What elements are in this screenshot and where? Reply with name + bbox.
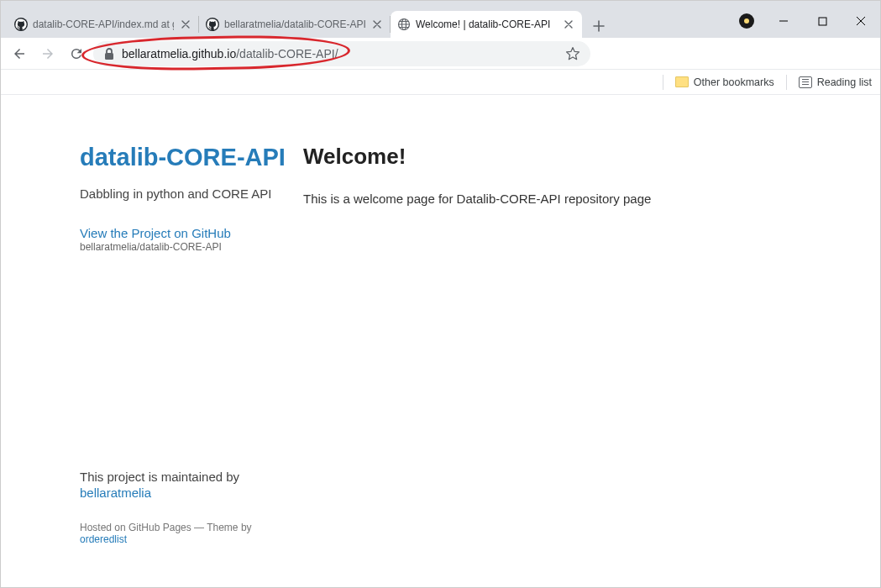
tab-title: datalib-CORE-API/index.md at gh (33, 18, 174, 30)
url-text: bellaratmelia.github.io/datalib-CORE-API… (122, 47, 558, 60)
lock-icon (103, 47, 115, 60)
close-icon[interactable] (179, 18, 192, 31)
maintainer-link[interactable]: bellaratmelia (80, 486, 286, 500)
other-bookmarks-label: Other bookmarks (694, 76, 774, 88)
main-content: Welcome! This is a welcome page for Data… (303, 144, 880, 545)
svg-rect-5 (105, 53, 113, 60)
profile-avatar-button[interactable] (734, 8, 759, 34)
tab-3-active[interactable]: Welcome! | datalib-CORE-API (391, 11, 582, 38)
page-content: datalib-CORE-API Dabbling in python and … (1, 95, 880, 545)
site-description: Dabbling in python and CORE API (80, 186, 286, 201)
globe-icon (397, 18, 411, 31)
hosted-prefix: Hosted on GitHub Pages — Theme by (80, 522, 252, 533)
new-tab-button[interactable] (587, 14, 611, 38)
divider (663, 75, 663, 90)
close-window-button[interactable] (842, 8, 880, 34)
tab-1[interactable]: datalib-CORE-API/index.md at gh (8, 11, 199, 38)
tab-2[interactable]: bellaratmelia/datalib-CORE-API a (199, 11, 391, 38)
reading-list-label: Reading list (817, 76, 872, 88)
address-bar[interactable]: bellaratmelia.github.io/datalib-CORE-API… (93, 41, 590, 66)
avatar-icon (739, 13, 754, 29)
window-controls (734, 8, 880, 34)
content-heading: Welcome! (303, 144, 847, 170)
divider (786, 75, 787, 90)
bookmarks-bar: Other bookmarks Reading list (1, 70, 880, 95)
other-bookmarks-button[interactable]: Other bookmarks (675, 76, 774, 88)
content-paragraph: This is a welcome page for Datalib-CORE-… (303, 192, 847, 206)
maximize-button[interactable] (803, 8, 842, 34)
github-repo-path: bellaratmelia/datalib-CORE-API (80, 241, 286, 253)
forward-button[interactable] (36, 42, 60, 66)
back-button[interactable] (8, 42, 31, 66)
tab-title: bellaratmelia/datalib-CORE-API a (224, 18, 365, 30)
window-titlebar (1, 1, 880, 8)
github-icon (14, 18, 28, 31)
close-icon[interactable] (562, 18, 575, 31)
hosted-footer: Hosted on GitHub Pages — Theme by ordere… (80, 522, 286, 545)
tab-title: Welcome! | datalib-CORE-API (416, 18, 557, 30)
github-project-link[interactable]: View the Project on GitHub (80, 226, 286, 240)
maintained-by-block: This project is maintained by bellaratme… (80, 470, 286, 500)
close-icon[interactable] (370, 18, 384, 31)
github-icon (206, 18, 219, 31)
minimize-button[interactable] (764, 8, 803, 34)
theme-link[interactable]: orderedlist (80, 533, 127, 545)
bookmark-star-icon[interactable] (565, 46, 580, 61)
maintained-by-label: This project is maintained by (80, 470, 239, 484)
site-sidebar: datalib-CORE-API Dabbling in python and … (1, 144, 303, 545)
tab-strip: datalib-CORE-API/index.md at gh bellarat… (1, 8, 880, 38)
folder-icon (675, 76, 689, 87)
reading-list-icon (799, 76, 812, 88)
site-title[interactable]: datalib-CORE-API (80, 144, 286, 171)
svg-rect-4 (819, 18, 826, 25)
browser-toolbar: bellaratmelia.github.io/datalib-CORE-API… (1, 38, 880, 70)
reload-button[interactable] (65, 42, 88, 66)
reading-list-button[interactable]: Reading list (799, 76, 872, 88)
